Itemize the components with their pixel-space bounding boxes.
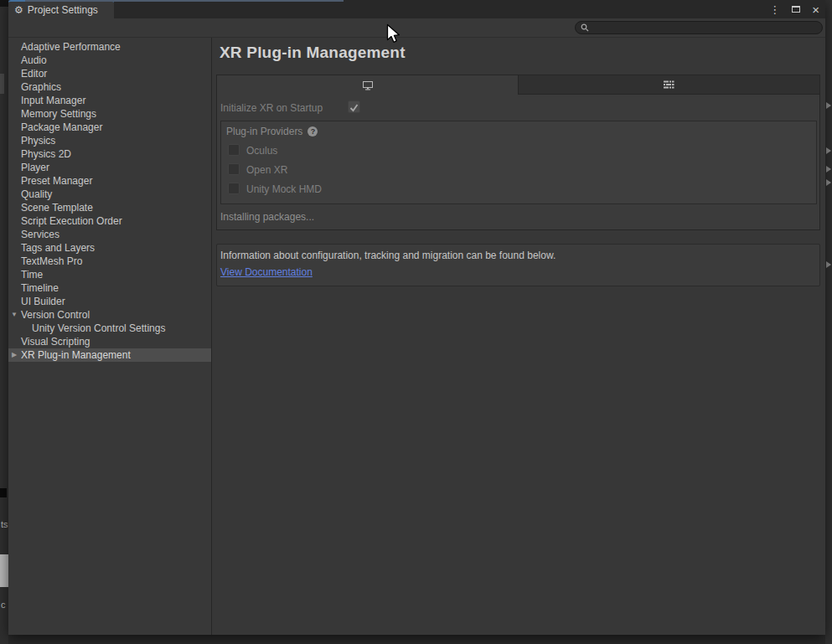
gear-icon: ⚙ xyxy=(14,5,23,15)
sidebar-item-label: TextMesh Pro xyxy=(21,255,82,267)
sidebar-item-label: Adaptive Performance xyxy=(21,41,121,53)
window-tab-project-settings[interactable]: ⚙ Project Settings xyxy=(8,0,114,18)
window-title: Project Settings xyxy=(28,4,98,16)
background-fragment xyxy=(0,0,8,7)
sidebar-item-package-manager[interactable]: Package Manager xyxy=(8,121,211,134)
initialize-xr-checkbox[interactable] xyxy=(348,100,360,113)
sidebar-item-audio[interactable]: Audio xyxy=(8,54,211,67)
background-text-fragment: ts xyxy=(1,519,8,529)
sidebar-item-label: Package Manager xyxy=(21,121,102,133)
foldout-arrow-icon xyxy=(826,166,831,173)
foldout-arrow-icon xyxy=(826,261,831,268)
project-settings-window: ⚙ Project Settings ⋮ × Adaptive Performa… xyxy=(8,0,825,635)
sidebar-item-player[interactable]: Player xyxy=(8,161,211,174)
sidebar-item-graphics[interactable]: Graphics xyxy=(8,80,211,94)
provider-row: Open XR xyxy=(221,161,816,180)
sidebar-item-physics-2d[interactable]: Physics 2D xyxy=(8,147,211,161)
foldout-arrow-icon xyxy=(826,147,831,154)
tab-other-platform[interactable] xyxy=(518,75,819,95)
search-field[interactable] xyxy=(575,21,823,34)
sidebar-item-label: XR Plug-in Management xyxy=(21,349,131,361)
search-input[interactable] xyxy=(592,23,822,33)
plugin-providers-title: Plug-in Providers xyxy=(226,126,302,137)
background-fragment xyxy=(0,554,8,587)
platform-grid-icon xyxy=(664,80,674,90)
maximize-button[interactable] xyxy=(792,6,800,13)
initialize-xr-row: Initialize XR on Startup xyxy=(217,95,819,121)
sidebar-item-label: UI Builder xyxy=(21,296,65,307)
sidebar-item-label: Scene Template xyxy=(21,202,93,214)
close-button[interactable]: × xyxy=(812,3,819,16)
provider-checkbox[interactable] xyxy=(228,183,240,194)
page-title: XR Plug-in Management xyxy=(220,44,825,62)
sidebar-item-editor[interactable]: Editor xyxy=(8,67,211,80)
sidebar-item-timeline[interactable]: Timeline xyxy=(8,281,211,295)
status-text: Installing packages... xyxy=(217,204,819,229)
background-window-edge xyxy=(25,0,344,2)
desktop-monitor-icon xyxy=(362,80,374,90)
sidebar-item-label: Services xyxy=(21,229,59,240)
sidebar-item-label: Visual Scripting xyxy=(21,336,90,348)
sidebar-item-label: Graphics xyxy=(21,81,61,93)
sidebar-item-xr-plug-in-management[interactable]: ▶XR Plug-in Management xyxy=(8,348,211,362)
background-right-strip xyxy=(825,0,832,644)
platform-tabs xyxy=(217,75,819,95)
sidebar-item-label: Version Control xyxy=(21,309,90,321)
sidebar-item-label: Time xyxy=(21,269,43,281)
provider-row: Oculus xyxy=(221,142,816,161)
provider-row: Unity Mock HMD xyxy=(221,180,816,199)
sidebar-item-ui-builder[interactable]: UI Builder xyxy=(8,295,211,308)
sidebar-item-version-control[interactable]: ▼Version Control xyxy=(8,308,211,322)
tab-desktop-platform[interactable] xyxy=(217,75,518,95)
initialize-xr-label: Initialize XR on Startup xyxy=(220,102,323,114)
sidebar-item-memory-settings[interactable]: Memory Settings xyxy=(8,107,211,121)
info-text: Information about configuration, trackin… xyxy=(220,250,814,261)
help-icon[interactable]: ? xyxy=(307,126,318,137)
sidebar-item-physics[interactable]: Physics xyxy=(8,134,211,147)
plugin-providers-box: Plug-in Providers ? OculusOpen XRUnity M… xyxy=(220,121,817,204)
view-documentation-link[interactable]: View Documentation xyxy=(220,266,313,278)
sidebar-item-label: Script Execution Order xyxy=(21,215,122,227)
sidebar-item-adaptive-performance[interactable]: Adaptive Performance xyxy=(8,40,211,54)
sidebar-item-visual-scripting[interactable]: Visual Scripting xyxy=(8,335,211,348)
window-menu-button[interactable]: ⋮ xyxy=(769,4,780,15)
background-fragment xyxy=(0,488,7,497)
titlebar: ⚙ Project Settings ⋮ × xyxy=(8,0,825,18)
sidebar-item-script-execution-order[interactable]: Script Execution Order xyxy=(8,214,211,228)
sidebar-item-label: Player xyxy=(21,162,49,173)
foldout-arrow-icon xyxy=(826,179,831,186)
sidebar-item-label: Quality xyxy=(21,188,52,200)
xr-settings-box: Initialize XR on Startup Plug-in Provide… xyxy=(216,75,820,230)
foldout-closed-icon[interactable]: ▶ xyxy=(8,348,20,362)
provider-label: Open XR xyxy=(246,164,287,176)
sidebar-item-input-manager[interactable]: Input Manager xyxy=(8,94,211,107)
provider-checkbox[interactable] xyxy=(228,144,240,156)
foldout-arrow-icon xyxy=(826,102,831,109)
sidebar-item-label: Memory Settings xyxy=(21,108,96,120)
checkmark-icon xyxy=(349,102,359,113)
sidebar-item-label: Physics 2D xyxy=(21,148,71,160)
sidebar-item-label: Physics xyxy=(21,135,55,147)
info-box: Information about configuration, trackin… xyxy=(216,244,820,286)
content-area: Adaptive PerformanceAudioEditorGraphicsI… xyxy=(8,38,825,635)
sidebar-item-label: Preset Manager xyxy=(21,175,92,187)
search-icon xyxy=(581,23,589,32)
sidebar-item-unity-version-control-settings[interactable]: Unity Version Control Settings xyxy=(8,322,211,335)
provider-list: OculusOpen XRUnity Mock HMD xyxy=(221,142,816,199)
provider-checkbox[interactable] xyxy=(228,163,240,175)
sidebar-item-preset-manager[interactable]: Preset Manager xyxy=(8,174,211,188)
provider-label: Oculus xyxy=(246,145,277,157)
toolbar xyxy=(8,18,825,38)
sidebar-item-services[interactable]: Services xyxy=(8,228,211,241)
background-fragment xyxy=(0,74,4,94)
sidebar-item-label: Audio xyxy=(21,54,47,66)
sidebar-item-tags-and-layers[interactable]: Tags and Layers xyxy=(8,241,211,255)
sidebar-item-textmesh-pro[interactable]: TextMesh Pro xyxy=(8,255,211,268)
sidebar-item-scene-template[interactable]: Scene Template xyxy=(8,201,211,214)
main-panel: XR Plug-in Management xyxy=(212,38,825,635)
sidebar-item-quality[interactable]: Quality xyxy=(8,188,211,201)
foldout-open-icon[interactable]: ▼ xyxy=(8,308,20,322)
background-text-fragment: c xyxy=(1,600,8,610)
sidebar-item-label: Input Manager xyxy=(21,95,85,106)
sidebar-item-time[interactable]: Time xyxy=(8,268,211,281)
